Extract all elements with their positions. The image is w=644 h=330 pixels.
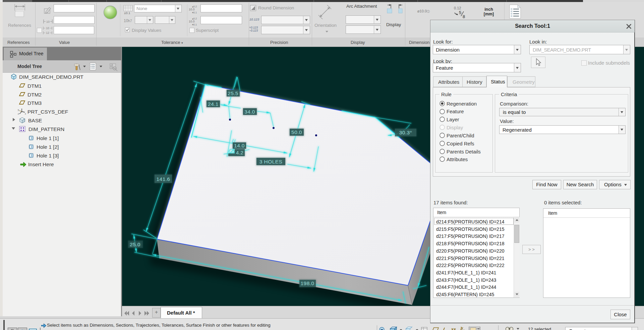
svg-text:8: 8 [463,14,465,19]
svg-text:0.12: 0.12 [454,6,461,10]
svg-text:y: y [18,109,19,111]
svg-text:14.0: 14.0 [234,143,245,148]
svg-text:▾0.1: ▾0.1 [192,11,197,14]
svg-text:××: ×× [451,327,456,330]
svg-text:±0.1: ±0.1 [124,11,130,14]
svg-text:3 HOLES: 3 HOLES [259,159,282,164]
svg-text:24.1: 24.1 [208,101,219,107]
svg-text:∛ₓ: ∛ₓ [460,327,465,330]
svg-text:25.5: 25.5 [228,90,238,96]
svg-text:10.0: 10.0 [189,20,195,23]
svg-text:198.0: 198.0 [301,280,314,286]
svg-text:x: x [25,113,26,115]
svg-text:4.2: 4.2 [236,150,244,155]
svg-text:z: z [18,113,19,115]
svg-text:10: 10 [46,26,49,30]
svg-text:10.0: 10.0 [189,8,195,11]
svg-text:25.0: 25.0 [130,242,140,247]
svg-text:30.3°: 30.3° [399,130,412,135]
svg-text:34.0: 34.0 [244,109,255,115]
svg-text:10: 10 [46,20,50,23]
svg-text:141.6: 141.6 [157,176,170,182]
svg-text:12: 12 [46,31,49,35]
svg-text:▾0.1: ▾0.1 [192,23,197,26]
svg-text:50.0: 50.0 [291,129,302,135]
svg-text:5: 5 [459,10,461,15]
